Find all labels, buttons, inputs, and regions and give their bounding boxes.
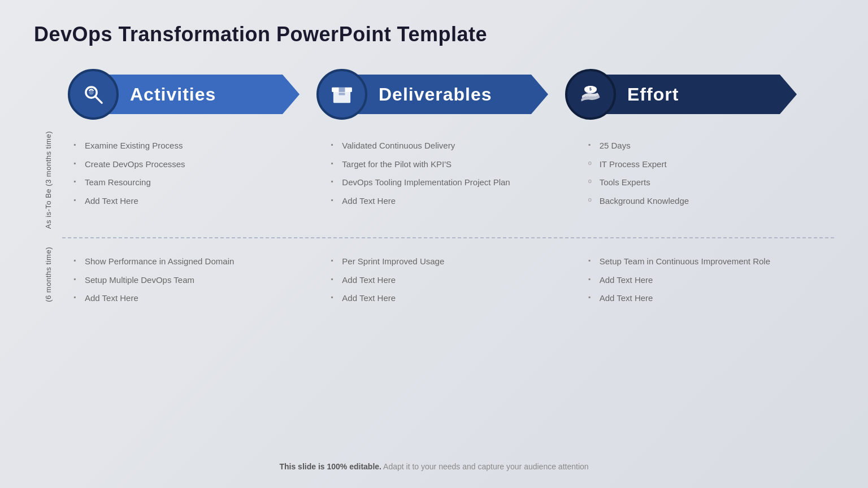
activities-banner: Activities (68, 69, 300, 120)
col-3m-activities: Examine Existing Process Create DevOps P… (62, 131, 319, 221)
deliverables-icon-circle (316, 69, 367, 120)
list-item: Setup Team in Continuous Improvement Rol… (588, 255, 823, 268)
list-6m-effort: Setup Team in Continuous Improvement Rol… (588, 255, 823, 305)
col-3m-deliverables: Validated Continuous Delivery Target for… (319, 131, 576, 221)
list-item: Create DevOps Processes (73, 158, 308, 171)
cols-3months: Examine Existing Process Create DevOps P… (62, 131, 834, 221)
list-6m-deliverables: Per Sprint Improved Usage Add Text Here … (331, 255, 565, 305)
list-3m-activities: Examine Existing Process Create DevOps P… (73, 140, 308, 207)
list-item: Add Text Here (588, 274, 823, 287)
list-item: Target for the Pilot with KPI'S (331, 158, 565, 171)
side-label-6months-area: (6 months time) (34, 247, 62, 302)
list-item: 25 Days (588, 140, 823, 152)
footer-normal: Adapt it to your needs and capture your … (381, 462, 589, 471)
list-item-sub: Tools Experts (588, 176, 823, 189)
list-item-sub: IT Process Expert (588, 158, 823, 171)
section-6months: (6 months time) Show Performance in Assi… (34, 247, 834, 319)
list-item: Show Performance in Assigned Domain (73, 255, 308, 268)
side-label-6months: (6 months time) (44, 247, 53, 302)
list-item: Add Text Here (588, 292, 823, 305)
hand-coins-icon: $ (578, 82, 603, 107)
list-item: Add Text Here (331, 292, 565, 305)
side-label-3months: As is-To Be (3 months time) (44, 131, 53, 229)
list-3m-effort: 25 Days IT Process Expert Tools Experts … (588, 140, 823, 207)
activities-icon-circle (68, 69, 119, 120)
svg-line-1 (95, 96, 102, 103)
deliverables-body: Deliverables (356, 75, 548, 114)
box-icon (329, 82, 354, 107)
col-6m-effort: Setup Team in Continuous Improvement Rol… (577, 247, 834, 319)
svg-rect-3 (333, 90, 350, 103)
col-6m-deliverables: Per Sprint Improved Usage Add Text Here … (319, 247, 576, 319)
activities-label: Activities (124, 84, 216, 105)
list-item: DevOps Tooling Implementation Project Pl… (331, 176, 565, 189)
list-item: Examine Existing Process (73, 140, 308, 152)
footer: This slide is 100% editable. Adapt it to… (0, 462, 868, 471)
svg-text:$: $ (589, 87, 592, 91)
cols-6months: Show Performance in Assigned Domain Setu… (62, 247, 834, 319)
list-6m-activities: Show Performance in Assigned Domain Setu… (73, 255, 308, 305)
effort-icon-circle: $ (565, 69, 616, 120)
list-item: Per Sprint Improved Usage (331, 255, 565, 268)
effort-banner: $ Effort (565, 69, 797, 120)
list-item-sub: Background Knowledge (588, 195, 823, 208)
search-icon (81, 82, 106, 107)
list-item: Add Text Here (331, 274, 565, 287)
section-divider (62, 237, 834, 238)
list-item: Add Text Here (73, 195, 308, 208)
page-title: DevOps Transformation PowerPoint Templat… (34, 23, 834, 46)
col-6m-activities: Show Performance in Assigned Domain Setu… (62, 247, 319, 319)
effort-label: Effort (622, 84, 679, 105)
slide: DevOps Transformation PowerPoint Templat… (0, 0, 868, 488)
svg-rect-6 (339, 93, 345, 95)
deliverables-arrow: Deliverables (356, 75, 548, 114)
footer-bold: This slide is 100% editable. (279, 462, 381, 471)
col-3m-effort: 25 Days IT Process Expert Tools Experts … (577, 131, 834, 221)
activities-arrow: Activities (107, 75, 300, 114)
side-label-3months-area: As is-To Be (3 months time) (34, 131, 62, 229)
list-item: Add Text Here (73, 292, 308, 305)
svg-rect-5 (339, 88, 345, 92)
deliverables-label: Deliverables (373, 84, 492, 105)
list-item: Setup Multiple DevOps Team (73, 274, 308, 287)
activities-body: Activities (107, 75, 300, 114)
deliverables-banner: Deliverables (316, 69, 548, 120)
list-item: Team Resourcing (73, 176, 308, 189)
list-item: Add Text Here (331, 195, 565, 208)
list-3m-deliverables: Validated Continuous Delivery Target for… (331, 140, 565, 207)
effort-arrow: Effort (605, 75, 797, 114)
section-3months: As is-To Be (3 months time) Examine Exis… (34, 131, 834, 229)
list-item: Validated Continuous Delivery (331, 140, 565, 152)
effort-body: Effort (605, 75, 797, 114)
banners-row: Activities Deliverables (68, 69, 834, 120)
